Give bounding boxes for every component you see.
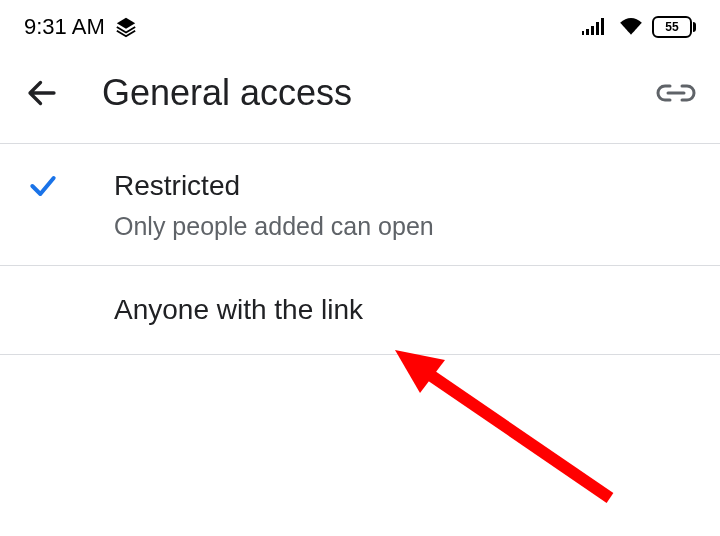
signal-icon: [582, 15, 610, 39]
option-title: Restricted: [114, 168, 696, 204]
option-leading-empty: [24, 290, 114, 329]
access-options: Restricted Only people added can open An…: [0, 143, 720, 355]
option-restricted[interactable]: Restricted Only people added can open: [0, 143, 720, 266]
annotation-arrow: [365, 338, 665, 536]
svg-rect-3: [596, 22, 599, 35]
copy-link-button[interactable]: [656, 81, 696, 105]
statusbar-left: 9:31 AM: [24, 14, 137, 40]
selected-check-icon: [24, 168, 114, 241]
battery-indicator: 55: [652, 16, 696, 38]
svg-rect-1: [586, 29, 589, 35]
option-anyone-with-link[interactable]: Anyone with the link: [0, 265, 720, 354]
svg-line-6: [420, 368, 610, 498]
option-description: Only people added can open: [114, 212, 696, 241]
battery-level: 55: [665, 20, 678, 34]
svg-rect-4: [601, 18, 604, 35]
option-title: Anyone with the link: [114, 290, 696, 329]
option-body: Restricted Only people added can open: [114, 168, 696, 241]
svg-rect-0: [582, 31, 584, 35]
statusbar: 9:31 AM 55: [0, 0, 720, 54]
option-body: Anyone with the link: [114, 290, 696, 329]
layers-icon: [115, 16, 137, 38]
wifi-icon: [618, 15, 644, 39]
svg-rect-2: [591, 26, 594, 35]
titlebar: General access: [0, 54, 720, 144]
clock: 9:31 AM: [24, 14, 105, 40]
page-title: General access: [102, 72, 656, 114]
statusbar-right: 55: [582, 15, 696, 39]
back-button[interactable]: [24, 75, 84, 111]
